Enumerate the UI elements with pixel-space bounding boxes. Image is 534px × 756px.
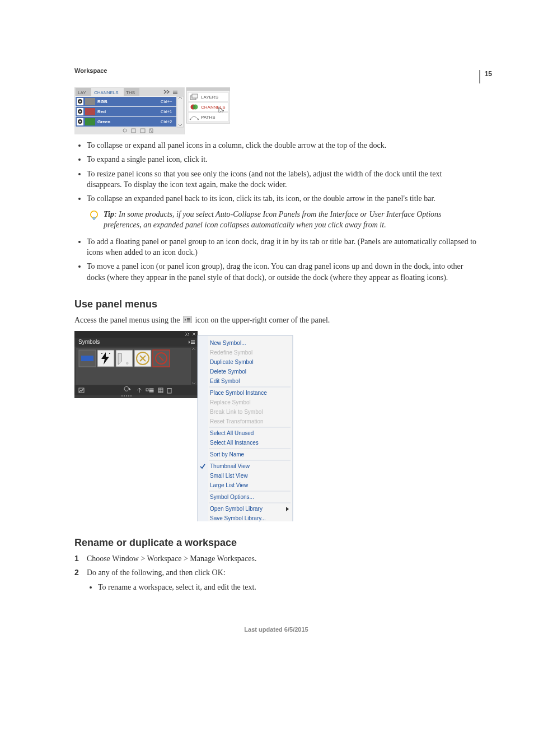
svg-point-65 [101,353,102,354]
svg-rect-29 [74,127,184,134]
svg-rect-33 [177,96,184,127]
tip-text: : In some products, if you select Auto-C… [104,210,442,230]
section-title-rename: Rename or duplicate a workspace [74,537,478,549]
list-item: To resize panel icons so that you see on… [87,169,478,190]
svg-rect-73 [191,348,196,385]
menu-item[interactable]: Duplicate Symbol [210,359,254,365]
tab-lay: LAY [78,90,86,95]
svg-text:Green: Green [97,119,110,124]
bullet-list-1: To collapse or expand all panel icons in… [74,140,478,204]
header-label: Workspace [74,67,478,74]
tab-channels: CHANNELS [94,90,119,95]
svg-rect-78 [149,390,153,390]
tip-label: Tip [104,210,114,218]
menu-item[interactable]: Save Symbol Library... [210,515,266,521]
footer-last-updated: Last updated 6/5/2015 [74,626,478,633]
svg-text:Ctrl+~: Ctrl+~ [161,99,172,104]
svg-point-42 [193,105,198,110]
svg-rect-7 [173,93,177,94]
svg-rect-77 [149,389,153,389]
menu-item[interactable]: Place Symbol Instance [210,390,267,396]
menu-item: Reset Transformation [210,418,264,424]
svg-point-46 [198,119,199,120]
svg-text:Red: Red [97,109,106,114]
svg-rect-51 [187,318,190,319]
svg-rect-85 [128,395,129,396]
svg-text:Ctrl+2: Ctrl+2 [161,119,172,124]
menu-item: Redefine Symbol [210,349,252,356]
svg-rect-82 [121,395,123,396]
svg-point-25 [79,121,81,123]
svg-rect-59 [191,342,195,342]
menu-item[interactable]: Thumbnail View [210,463,250,469]
svg-text:PATHS: PATHS [201,115,215,120]
menu-item[interactable]: Open Symbol Library [210,506,263,512]
svg-rect-35 [186,87,230,91]
svg-text:CHANNELS: CHANNELS [201,105,226,110]
svg-point-48 [91,211,97,217]
svg-rect-86 [130,395,132,396]
svg-rect-38 [192,94,198,98]
svg-point-11 [79,101,81,102]
svg-text:Symbols: Symbols [78,339,100,345]
menu-item[interactable]: Select All Unused [210,430,254,436]
bullet-list-2: To add a floating panel or panel group t… [74,236,478,283]
svg-rect-12 [85,98,95,105]
svg-text:RGB: RGB [97,99,107,104]
svg-rect-83 [124,395,125,396]
svg-rect-55 [74,331,198,338]
svg-rect-52 [187,319,190,320]
tip-block: Tip: In some products, if you select Aut… [89,209,478,231]
svg-rect-6 [173,92,177,92]
svg-rect-5 [173,91,177,91]
menu-item: Break Link to Symbol [210,409,263,415]
menu-item[interactable]: Edit Symbol [210,378,240,384]
figure-symbols-panel-menu: Symbols ® [74,331,478,521]
substep-item: To rename a workspace, select it, and ed… [98,582,478,593]
svg-rect-79 [149,391,153,392]
menu-item: Replace Symbol [210,399,251,405]
step-item: Do any of the following, and then click … [74,567,478,592]
svg-rect-53 [187,321,190,321]
list-item: To collapse an expanded panel back to it… [87,193,478,204]
menu-item[interactable]: Large List View [210,482,249,488]
page-number: 15 [479,70,492,83]
figure-channels-panel: LAY CHANNELS THS RGB Ctrl+~ Red Ctrl+1 [74,87,478,134]
step-item: Choose Window > Workspace > Manage Works… [74,553,478,564]
lightbulb-icon [89,210,99,222]
svg-text:®: ® [126,362,129,365]
svg-rect-88 [198,336,208,521]
svg-text:Ctrl+1: Ctrl+1 [161,109,172,114]
list-item: To move a panel icon (or panel icon grou… [87,261,478,283]
svg-point-66 [109,353,110,354]
svg-rect-19 [85,108,95,115]
list-item: To add a floating panel or panel group t… [87,236,478,258]
section-title-panel-menus: Use panel menus [74,298,478,310]
tab-ths: THS [126,90,135,95]
svg-rect-74 [74,385,198,395]
panel-menus-body: Access the panel menus using the icon on… [74,315,478,326]
list-item: To expand a single panel icon, click it. [87,154,478,165]
menu-item[interactable]: Sort by Name [210,451,245,458]
svg-point-18 [79,111,81,113]
svg-rect-58 [191,340,195,341]
menu-item[interactable]: Delete Symbol [210,368,246,375]
steps-list: Choose Window > Workspace > Manage Works… [74,553,478,593]
svg-text:LAYERS: LAYERS [201,95,218,100]
menu-item[interactable]: Select All Instances [210,440,259,446]
list-item: To collapse or expand all panel icons in… [87,140,478,151]
svg-rect-60 [191,343,195,343]
panel-menu-icon [183,315,192,326]
svg-rect-84 [126,395,127,396]
menu-item[interactable]: Symbol Options... [210,494,254,500]
svg-point-45 [190,119,191,120]
menu-item[interactable]: Small List View [210,473,248,479]
menu-item[interactable]: New Symbol... [210,340,246,346]
svg-rect-63 [81,356,93,361]
svg-rect-26 [85,118,95,125]
